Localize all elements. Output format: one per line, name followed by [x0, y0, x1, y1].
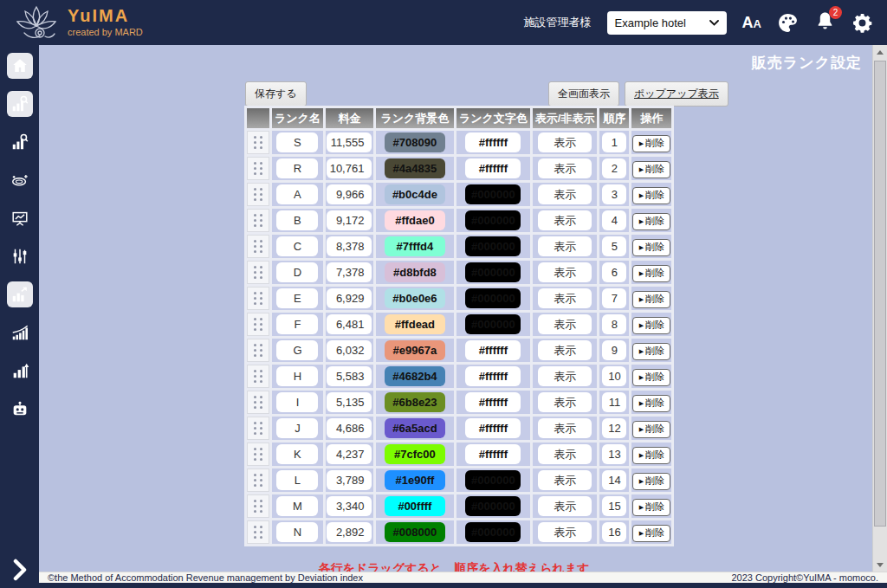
- bg-color-input[interactable]: #e9967a: [385, 340, 445, 360]
- bg-color-input[interactable]: #7fffd4: [385, 236, 445, 256]
- price-input[interactable]: 5,135: [327, 392, 372, 412]
- order-input[interactable]: 13: [602, 444, 626, 464]
- visibility-toggle-button[interactable]: 表示: [538, 444, 592, 464]
- rank-name-input[interactable]: K: [276, 444, 318, 464]
- sidebar-item-chart-search[interactable]: [7, 129, 33, 155]
- price-input[interactable]: 3,340: [327, 496, 372, 516]
- order-input[interactable]: 7: [602, 288, 626, 308]
- text-color-input[interactable]: #ffffff: [465, 158, 521, 178]
- price-input[interactable]: 4,686: [327, 418, 372, 438]
- rank-name-input[interactable]: H: [276, 366, 318, 386]
- delete-button[interactable]: ▶削除: [632, 447, 670, 464]
- delete-button[interactable]: ▶削除: [632, 395, 670, 412]
- text-color-input[interactable]: #000000: [465, 184, 521, 204]
- order-input[interactable]: 2: [602, 158, 626, 178]
- rank-name-input[interactable]: B: [276, 210, 318, 230]
- visibility-toggle-button[interactable]: 表示: [538, 392, 592, 412]
- delete-button[interactable]: ▶削除: [632, 187, 670, 204]
- drag-handle[interactable]: [247, 292, 269, 305]
- text-color-input[interactable]: #ffffff: [465, 418, 521, 438]
- sidebar-item-stats[interactable]: [7, 358, 33, 384]
- visibility-toggle-button[interactable]: 表示: [538, 158, 592, 178]
- drag-handle[interactable]: [247, 214, 269, 227]
- visibility-toggle-button[interactable]: 表示: [538, 210, 592, 230]
- order-input[interactable]: 14: [602, 470, 626, 490]
- delete-button[interactable]: ▶削除: [632, 135, 670, 152]
- visibility-toggle-button[interactable]: 表示: [538, 496, 592, 516]
- visibility-toggle-button[interactable]: 表示: [538, 236, 592, 256]
- bg-color-input[interactable]: #708090: [385, 132, 445, 152]
- price-input[interactable]: 4,237: [327, 444, 372, 464]
- visibility-toggle-button[interactable]: 表示: [538, 522, 592, 542]
- text-color-input[interactable]: #000000: [465, 288, 521, 308]
- text-color-input[interactable]: #ffffff: [465, 444, 521, 464]
- sidebar-item-growth[interactable]: [7, 320, 33, 346]
- delete-button[interactable]: ▶削除: [632, 213, 670, 230]
- text-color-input[interactable]: #000000: [465, 470, 521, 490]
- text-color-input[interactable]: #000000: [465, 236, 521, 256]
- delete-button[interactable]: ▶削除: [632, 265, 670, 282]
- sidebar-item-sales-analysis[interactable]: [7, 91, 33, 117]
- price-input[interactable]: 11,555: [327, 132, 372, 152]
- delete-button[interactable]: ▶削除: [632, 161, 670, 178]
- bg-color-input[interactable]: #008000: [385, 522, 445, 542]
- rank-name-input[interactable]: M: [276, 496, 318, 516]
- bg-color-input[interactable]: #6a5acd: [385, 418, 445, 438]
- bg-color-input[interactable]: #ffdead: [385, 314, 445, 334]
- text-color-input[interactable]: #000000: [465, 314, 521, 334]
- rank-name-input[interactable]: F: [276, 314, 318, 334]
- price-input[interactable]: 2,892: [327, 522, 372, 542]
- price-input[interactable]: 10,761: [327, 158, 372, 178]
- rank-name-input[interactable]: E: [276, 288, 318, 308]
- hotel-select[interactable]: Example hotel: [607, 11, 727, 35]
- text-color-input[interactable]: #ffffff: [465, 132, 521, 152]
- visibility-toggle-button[interactable]: 表示: [538, 262, 592, 282]
- order-input[interactable]: 4: [602, 210, 626, 230]
- bg-color-input[interactable]: #b0e0e6: [385, 288, 445, 308]
- drag-handle[interactable]: [247, 136, 269, 149]
- popup-button[interactable]: ポップアップ表示: [625, 81, 728, 107]
- sidebar-item-ai-assistant[interactable]: [7, 396, 33, 422]
- drag-handle[interactable]: [247, 422, 269, 435]
- drag-handle[interactable]: [247, 526, 269, 539]
- text-color-input[interactable]: #000000: [465, 522, 521, 542]
- drag-handle[interactable]: [247, 396, 269, 409]
- scroll-down-button[interactable]: [873, 558, 887, 572]
- delete-button[interactable]: ▶削除: [632, 499, 670, 516]
- order-input[interactable]: 1: [602, 132, 626, 152]
- bg-color-input[interactable]: #4682b4: [385, 366, 445, 386]
- rank-name-input[interactable]: I: [276, 392, 318, 412]
- scrollbar-thumb[interactable]: [874, 61, 886, 527]
- text-color-input[interactable]: #000000: [465, 262, 521, 282]
- bg-color-input[interactable]: #ffdae0: [385, 210, 445, 230]
- scroll-up-button[interactable]: [873, 45, 887, 59]
- price-input[interactable]: 5,583: [327, 366, 372, 386]
- font-size-icon[interactable]: AA: [742, 15, 761, 30]
- drag-handle[interactable]: [247, 500, 269, 513]
- delete-button[interactable]: ▶削除: [632, 421, 670, 438]
- bg-color-input[interactable]: #7cfc00: [385, 444, 445, 464]
- bg-color-input[interactable]: #4a4835: [385, 158, 445, 178]
- sidebar-item-pricing[interactable]: [7, 167, 33, 193]
- visibility-toggle-button[interactable]: 表示: [538, 184, 592, 204]
- text-color-input[interactable]: #ffffff: [465, 366, 521, 386]
- text-color-input[interactable]: #000000: [465, 210, 521, 230]
- delete-button[interactable]: ▶削除: [632, 239, 670, 256]
- price-input[interactable]: 6,481: [327, 314, 372, 334]
- brand[interactable]: YuIMA created by MARD: [14, 3, 143, 42]
- rank-name-input[interactable]: J: [276, 418, 318, 438]
- rank-name-input[interactable]: G: [276, 340, 318, 360]
- order-input[interactable]: 10: [602, 366, 626, 386]
- order-input[interactable]: 8: [602, 314, 626, 334]
- drag-handle[interactable]: [247, 474, 269, 487]
- order-input[interactable]: 15: [602, 496, 626, 516]
- drag-handle[interactable]: [247, 318, 269, 331]
- order-input[interactable]: 9: [602, 340, 626, 360]
- bg-color-input[interactable]: #1e90ff: [385, 470, 445, 490]
- order-input[interactable]: 12: [602, 418, 626, 438]
- visibility-toggle-button[interactable]: 表示: [538, 366, 592, 386]
- visibility-toggle-button[interactable]: 表示: [538, 418, 592, 438]
- delete-button[interactable]: ▶削除: [632, 343, 670, 360]
- sidebar-item-rank-settings[interactable]: [7, 281, 33, 307]
- text-color-input[interactable]: #ffffff: [465, 340, 521, 360]
